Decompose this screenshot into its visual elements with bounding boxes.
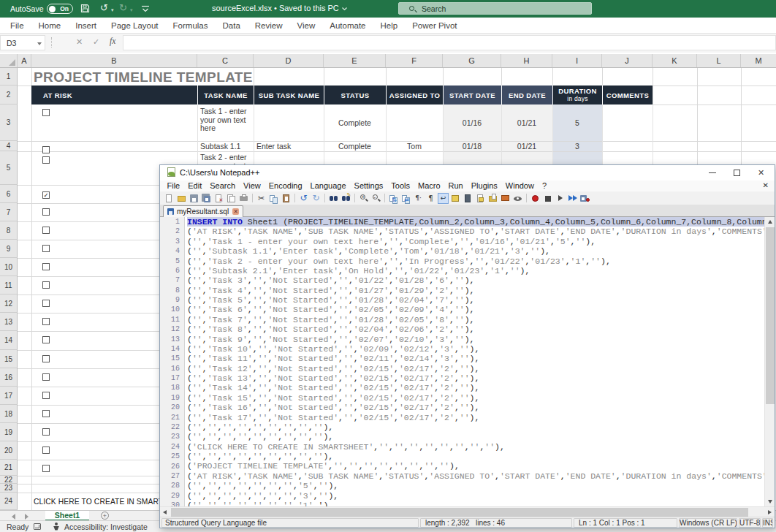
close-button[interactable]: ✕ — [750, 165, 775, 180]
toolbar-icon-copy[interactable] — [268, 193, 279, 204]
checkbox-row-6[interactable]: ✓ — [42, 191, 50, 199]
column-header-J[interactable]: J — [602, 54, 653, 67]
row-header-2[interactable]: 2 — [0, 86, 18, 104]
checkbox-row-21[interactable] — [42, 465, 50, 472]
editor-area[interactable]: 1234567891011121314151617181920212223242… — [160, 217, 775, 506]
menu-run[interactable]: Run — [444, 180, 467, 191]
checkbox-row-15[interactable] — [42, 355, 50, 362]
row-header-20[interactable]: 20 — [0, 441, 18, 460]
row-header-5[interactable]: 5 — [0, 151, 18, 185]
cell-task1-status[interactable]: Complete — [324, 118, 386, 127]
column-header-D[interactable]: D — [254, 54, 324, 67]
toolbar-icon-function-list[interactable] — [450, 193, 461, 204]
toolbar-icon-close-all[interactable] — [226, 193, 237, 204]
menu-settings[interactable]: Settings — [350, 180, 387, 191]
sheet-nav-prev-icon[interactable] — [12, 514, 15, 520]
column-header-C[interactable]: C — [197, 54, 254, 67]
row-header-21[interactable]: 21 — [0, 460, 18, 476]
menu-close-document-icon[interactable]: ✕ — [763, 181, 769, 189]
checkbox-row-13[interactable] — [42, 318, 50, 325]
toolbar-icon-cut[interactable]: ✂ — [256, 193, 267, 204]
quick-access-customize-icon[interactable] — [141, 4, 150, 13]
autosave-toggle[interactable]: On — [47, 4, 73, 14]
scroll-up-icon[interactable] — [768, 220, 772, 224]
cell-subtask-subtask[interactable]: Enter task — [256, 142, 291, 151]
minimize-button[interactable] — [700, 165, 725, 180]
horizontal-scroll-thumb[interactable] — [171, 508, 748, 517]
ribbon-tab-automate[interactable]: Automate — [322, 18, 373, 34]
toolbar-icon-find[interactable] — [328, 193, 339, 204]
document-tab[interactable]: myResultant.sql ✕ — [163, 205, 243, 217]
row-header-6[interactable]: 6 — [0, 185, 18, 203]
ribbon-tab-power-pivot[interactable]: Power Pivot — [405, 18, 464, 34]
toolbar-icon-preview[interactable] — [512, 193, 523, 204]
menu-window[interactable]: Window — [501, 180, 538, 191]
toolbar-icon-zoom-out[interactable]: - — [370, 193, 381, 204]
column-header-K[interactable]: K — [653, 54, 697, 67]
row-header-18[interactable]: 18 — [0, 405, 18, 423]
checkbox-row-3[interactable] — [42, 109, 50, 116]
name-box[interactable]: D3 — [0, 35, 45, 50]
row-header-11[interactable]: 11 — [0, 276, 18, 294]
row-header-9[interactable]: 9 — [0, 240, 18, 258]
checkbox-row-11[interactable] — [42, 281, 50, 289]
scroll-down-icon[interactable] — [768, 500, 772, 503]
ribbon-tab-page-layout[interactable]: Page Layout — [104, 18, 166, 34]
checkbox-row-12[interactable] — [42, 300, 50, 307]
row-header-8[interactable]: 8 — [0, 221, 18, 240]
checkbox-row-14[interactable] — [42, 336, 50, 343]
cell-task1-end[interactable]: 01/21 — [501, 118, 552, 127]
select-all-corner[interactable] — [0, 54, 18, 67]
row-header-17[interactable]: 17 — [0, 387, 18, 405]
menu-help[interactable]: ? — [538, 180, 550, 191]
column-header-A[interactable]: A — [18, 54, 31, 67]
search-box[interactable]: Search — [398, 2, 592, 15]
checkbox-row-16[interactable] — [42, 373, 50, 381]
menu-plugins[interactable]: Plugins — [467, 180, 501, 191]
row-header-23[interactable]: 23 — [0, 484, 18, 493]
column-header-B[interactable]: B — [31, 54, 197, 67]
cell-task1-duration[interactable]: 5 — [552, 118, 602, 127]
maximize-button[interactable] — [725, 165, 750, 180]
toolbar-icon-record-macro[interactable] — [530, 193, 541, 204]
formula-input[interactable] — [123, 35, 776, 50]
cell-task1-name[interactable]: Task 1 - enter your own text here — [200, 107, 251, 133]
column-header-M[interactable]: M — [741, 54, 776, 67]
ribbon-tab-help[interactable]: Help — [373, 18, 405, 34]
sheet-tab-sheet1[interactable]: Sheet1 — [45, 511, 89, 521]
checkbox-row-20[interactable] — [42, 446, 50, 454]
menu-view[interactable]: View — [240, 180, 265, 191]
checkbox-row-17[interactable] — [42, 392, 50, 399]
toolbar-icon-word-wrap[interactable]: ↩ — [438, 193, 449, 204]
toolbar-icon-document-map[interactable] — [463, 193, 473, 204]
cell-subtask-assigned[interactable]: Tom — [386, 142, 443, 151]
checkbox-row-10[interactable] — [42, 263, 50, 270]
checkbox-row-4[interactable] — [42, 146, 50, 153]
toolbar-icon-redo[interactable]: ↻ — [311, 193, 322, 204]
row-header-12[interactable]: 12 — [0, 294, 18, 313]
undo-icon[interactable]: ↺ — [100, 2, 108, 13]
toolbar-icon-document-list[interactable] — [475, 193, 486, 204]
toolbar-icon-file-monitor[interactable] — [500, 193, 511, 204]
toolbar-icon-show-symbols[interactable]: ¶· — [413, 193, 424, 204]
row-header-24[interactable]: 24 — [0, 493, 18, 510]
row-header-19[interactable]: 19 — [0, 423, 18, 441]
toolbar-icon-play-macro[interactable] — [555, 193, 566, 204]
toolbar-icon-new-file[interactable] — [164, 193, 175, 204]
cell-subtask-start[interactable]: 01/18 — [443, 142, 501, 151]
code-area[interactable]: INSERT INTO Sheet1 (PROJECT_TIMELINE_TEM… — [187, 217, 764, 506]
row-header-13[interactable]: 13 — [0, 313, 18, 331]
menu-macro[interactable]: Macro — [414, 180, 444, 191]
insert-function-icon[interactable]: fx — [110, 37, 115, 45]
toolbar-icon-print[interactable] — [238, 193, 249, 204]
enter-icon[interactable]: ✓ — [93, 37, 99, 47]
toolbar-icon-paragraph[interactable]: ¶ — [425, 193, 436, 204]
menu-tools[interactable]: Tools — [387, 180, 414, 191]
toolbar-icon-zoom-in[interactable]: + — [358, 193, 369, 204]
cell-subtask-end[interactable]: 01/21 — [501, 142, 552, 151]
toolbar-icon-stop-macro[interactable] — [542, 193, 553, 204]
macro-record-icon[interactable] — [34, 523, 41, 530]
column-header-E[interactable]: E — [324, 54, 386, 67]
toolbar-icon-sync-scroll-v[interactable]: ⇅ — [388, 193, 399, 204]
checkbox-row-18[interactable] — [42, 410, 50, 417]
